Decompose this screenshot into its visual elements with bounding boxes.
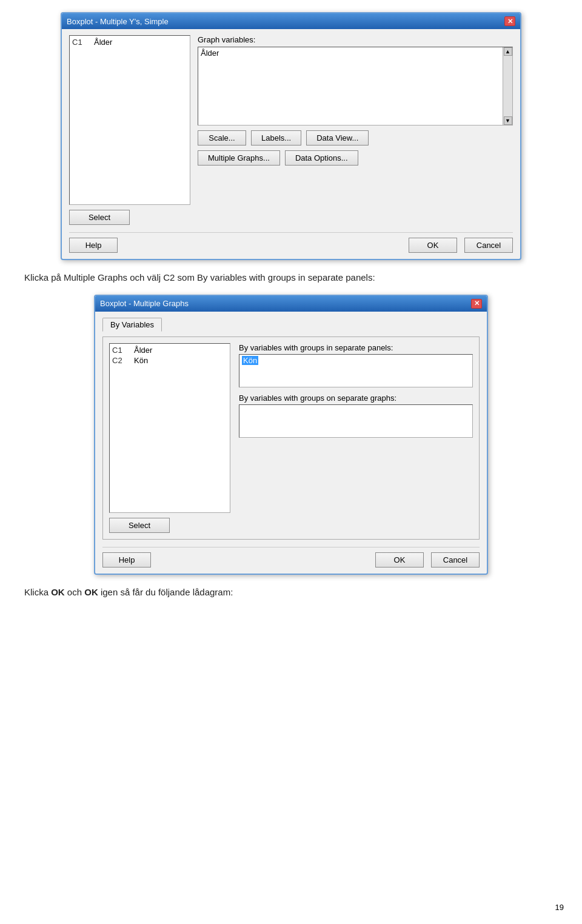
var-name-alder: Ålder	[134, 346, 152, 355]
dialog2-variable-list[interactable]: C1 Ålder C2 Kön	[109, 343, 230, 513]
data-view-button[interactable]: Data View...	[306, 130, 369, 146]
instruction2-suffix: igen så får du följande lådagram:	[98, 587, 233, 597]
scrollbar[interactable]: ▲ ▼	[503, 47, 512, 125]
list-item[interactable]: C1 Ålder	[71, 37, 189, 47]
by-separate-panels-input[interactable]: Kön	[239, 354, 473, 387]
var-col-c2: C2	[112, 356, 129, 365]
instruction1-span: Klicka på Multiple Graphs och välj C2 so…	[24, 272, 375, 283]
multiple-graphs-button[interactable]: Multiple Graphs...	[198, 150, 280, 166]
dialog2-footer: Help OK Cancel	[102, 547, 480, 567]
list-item[interactable]: C2 Kön	[111, 355, 229, 366]
dialog1-titlebar: Boxplot - Multiple Y's, Simple ✕	[62, 13, 520, 29]
dialog2-inner: C1 Ålder C2 Kön Select By variables with…	[109, 343, 473, 533]
dialog2-tab-content: C1 Ålder C2 Kön Select By variables with…	[102, 336, 480, 540]
instruction2-middle: och	[65, 587, 85, 597]
graph-variables-input[interactable]: Ålder ▲ ▼	[198, 47, 513, 126]
dialog1-select-button[interactable]: Select	[69, 210, 130, 225]
instruction2-prefix: Klicka	[24, 587, 51, 597]
ok-button[interactable]: OK	[409, 238, 457, 253]
dialog1-right-panel: Graph variables: Ålder ▲ ▼ Scale... Labe…	[198, 35, 513, 225]
dialog2-left-panel: C1 Ålder C2 Kön Select	[109, 343, 230, 533]
scroll-up[interactable]: ▲	[504, 47, 512, 56]
dialog2-select-button[interactable]: Select	[109, 518, 170, 533]
instruction2-bold1: OK	[51, 587, 65, 597]
scroll-down[interactable]: ▼	[504, 116, 512, 125]
instruction1-text: Klicka på Multiple Graphs och välj C2 so…	[24, 271, 558, 285]
dialog1-btn-row2: Multiple Graphs... Data Options...	[198, 150, 513, 166]
dialog2-title: Boxplot - Multiple Graphs	[100, 299, 189, 308]
graph-variables-value: Ålder	[201, 49, 219, 58]
ok-button-2[interactable]: OK	[375, 552, 424, 567]
cancel-button[interactable]: Cancel	[464, 238, 513, 253]
dialog2-footer-right: OK Cancel	[375, 552, 480, 567]
dialog2-tab-bar: By Variables	[102, 318, 480, 332]
instruction2-bold2: OK	[84, 587, 98, 597]
by-separate-panels-label: By variables with groups in separate pan…	[239, 343, 473, 352]
graph-variables-label: Graph variables:	[198, 35, 513, 44]
dialog2-titlebar: Boxplot - Multiple Graphs ✕	[95, 296, 487, 312]
dialog2-right-panel: By variables with groups in separate pan…	[239, 343, 473, 533]
cancel-button-2[interactable]: Cancel	[431, 552, 480, 567]
dialog2-footer-left: Help	[102, 552, 375, 567]
labels-button[interactable]: Labels...	[251, 130, 301, 146]
dialog1-title: Boxplot - Multiple Y's, Simple	[67, 17, 169, 26]
dialog2-close-button[interactable]: ✕	[471, 299, 482, 309]
dialog2-multiple-graphs: Boxplot - Multiple Graphs ✕ By Variables…	[94, 295, 488, 575]
var-col-c1: C1	[112, 346, 129, 355]
dialog1-footer-right: OK Cancel	[409, 238, 513, 253]
dialog1-boxplot-simple: Boxplot - Multiple Y's, Simple ✕ C1 Ålde…	[61, 12, 521, 260]
help-button-2[interactable]: Help	[102, 552, 151, 567]
dialog1-footer: Help OK Cancel	[69, 232, 513, 253]
help-button[interactable]: Help	[69, 238, 118, 253]
var-name-kon: Kön	[134, 356, 148, 365]
dialog1-close-button[interactable]: ✕	[504, 16, 515, 26]
var-col1: C1	[72, 38, 89, 47]
list-item[interactable]: C1 Ålder	[111, 345, 229, 355]
scale-button[interactable]: Scale...	[198, 130, 246, 146]
tab-by-variables[interactable]: By Variables	[102, 318, 162, 332]
dialog1-variable-list[interactable]: C1 Ålder	[69, 35, 190, 205]
data-options-button[interactable]: Data Options...	[285, 150, 358, 166]
dialog1-footer-left: Help	[69, 238, 409, 253]
by-separate-graphs-label: By variables with groups on separate gra…	[239, 393, 473, 403]
by-separate-panels-value: Kön	[242, 356, 258, 365]
dialog1-btn-row1: Scale... Labels... Data View...	[198, 130, 513, 146]
instruction2-text: Klicka OK och OK igen så får du följande…	[24, 586, 558, 600]
by-separate-graphs-input[interactable]	[239, 404, 473, 438]
var-name1: Ålder	[94, 38, 112, 47]
dialog1-left-panel: C1 Ålder Select	[69, 35, 190, 225]
